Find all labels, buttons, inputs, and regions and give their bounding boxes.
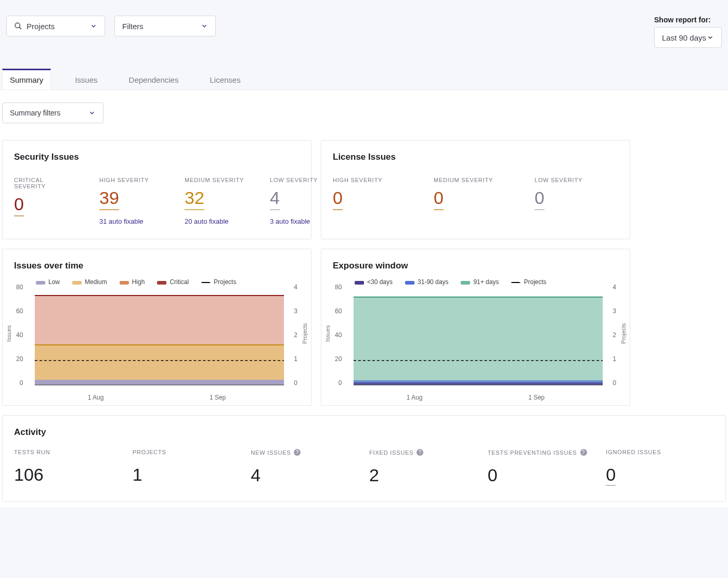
legend-swatch-projects — [201, 282, 211, 283]
activity-value: 4 — [251, 465, 359, 485]
stat-block: CRITICAL SEVERITY0 — [14, 177, 76, 225]
license-stats: HIGH SEVERITY0MEDIUM SEVERITY0LOW SEVERI… — [321, 162, 630, 224]
search-icon — [14, 22, 22, 30]
issues-chart-title: Issues over time — [3, 249, 311, 271]
tab-summary[interactable]: Summary — [2, 69, 51, 89]
activity-card: Activity TESTS RUN106PROJECTS1NEW ISSUES… — [2, 415, 726, 502]
issues-chart: Issues Projects Low Medium High Critical… — [3, 271, 311, 396]
activity-value: 0 — [488, 465, 596, 485]
y-left-label: Issues — [324, 325, 331, 342]
activity-item: IGNORED ISSUES0 — [606, 449, 714, 486]
issues-over-time-card: Issues over time Issues Projects Low Med… — [2, 249, 311, 406]
legend-swatch-lt30 — [355, 281, 364, 285]
legend-swatch-low — [36, 281, 45, 285]
stat-block: MEDIUM SEVERITY0 — [434, 177, 512, 210]
activity-label: NEW ISSUES? — [251, 449, 359, 456]
filters-label: Filters — [122, 22, 144, 31]
report-for: Show report for: Last 90 days — [654, 16, 722, 48]
activity-item: NEW ISSUES?4 — [251, 449, 359, 486]
y-left-axis: 80 60 40 20 0 — [335, 284, 342, 387]
main: Summary filters Security Issues CRITICAL… — [0, 90, 728, 507]
stat-block: LOW SEVERITY0 — [535, 177, 613, 210]
issues-chart-svg — [14, 288, 300, 392]
security-stats: CRITICAL SEVERITY0HIGH SEVERITY3931 auto… — [3, 162, 311, 239]
projects-dropdown[interactable]: Projects — [6, 16, 105, 36]
activity-label: PROJECTS — [133, 449, 241, 455]
license-issues-card: License Issues HIGH SEVERITY0MEDIUM SEVE… — [321, 140, 630, 239]
filters-left: Projects Filters — [6, 16, 216, 36]
svg-rect-11 — [354, 382, 603, 385]
stat-value[interactable]: 4 — [270, 186, 280, 210]
stat-label: MEDIUM SEVERITY — [185, 177, 247, 183]
stat-label: HIGH SEVERITY — [99, 177, 162, 183]
stat-sub: 31 auto fixable — [99, 217, 162, 225]
activity-item: PROJECTS1 — [133, 449, 241, 486]
help-icon[interactable]: ? — [417, 449, 423, 456]
stat-value[interactable]: 0 — [333, 186, 343, 210]
tab-licenses[interactable]: Licenses — [202, 69, 248, 89]
stat-value[interactable]: 0 — [14, 192, 24, 216]
activity-value: 106 — [14, 465, 122, 485]
stat-value[interactable]: 32 — [185, 186, 204, 210]
security-issues-card: Security Issues CRITICAL SEVERITY0HIGH S… — [2, 140, 311, 239]
help-icon[interactable]: ? — [580, 449, 587, 456]
legend-swatch-91 — [461, 281, 470, 285]
y-right-label: Projects — [620, 323, 627, 344]
activity-value[interactable]: 0 — [606, 465, 616, 486]
stat-label: MEDIUM SEVERITY — [434, 177, 512, 183]
svg-point-0 — [15, 23, 20, 28]
y-right-axis: 4 3 2 1 0 — [294, 284, 297, 387]
svg-rect-3 — [35, 345, 284, 385]
chevron-down-icon — [88, 109, 96, 117]
date-range-value: Last 90 days — [662, 33, 706, 42]
activity-label: IGNORED ISSUES — [606, 449, 714, 455]
activity-items: TESTS RUN106PROJECTS1NEW ISSUES?4FIXED I… — [3, 438, 725, 502]
activity-title: Activity — [3, 416, 725, 438]
chevron-down-icon — [707, 34, 714, 41]
x-axis: 1 Aug 1 Sep — [333, 392, 618, 401]
legend-swatch-critical — [157, 281, 166, 285]
y-left-axis: 80 60 40 20 0 — [16, 284, 23, 387]
summary-filters-label: Summary filters — [10, 109, 60, 117]
chart-row: Issues over time Issues Projects Low Med… — [2, 249, 726, 406]
activity-item: TESTS PREVENTING ISSUES?0 — [488, 449, 596, 486]
date-range-dropdown[interactable]: Last 90 days — [654, 27, 722, 48]
tabs: Summary Issues Dependencies Licenses — [0, 48, 728, 90]
activity-label: TESTS RUN — [14, 449, 122, 455]
exposure-chart: Issues Projects <30 days 31-90 days 91+ … — [321, 271, 630, 396]
issues-legend: Low Medium High Critical Projects — [14, 271, 300, 288]
tab-issues[interactable]: Issues — [68, 69, 105, 89]
summary-filters-dropdown[interactable]: Summary filters — [2, 102, 103, 123]
stat-value[interactable]: 39 — [99, 186, 119, 210]
stat-value[interactable]: 0 — [535, 186, 544, 210]
activity-item: FIXED ISSUES?2 — [369, 449, 477, 486]
y-right-axis: 4 3 2 1 0 — [613, 284, 616, 387]
svg-rect-4 — [35, 380, 284, 385]
x-axis: 1 Aug 1 Sep — [14, 392, 300, 401]
tab-dependencies[interactable]: Dependencies — [122, 69, 186, 89]
y-left-label: Issues — [6, 325, 12, 342]
help-icon[interactable]: ? — [294, 449, 301, 456]
legend-swatch-high — [120, 281, 129, 285]
exposure-legend: <30 days 31-90 days 91+ days Projects — [333, 271, 618, 288]
stat-value[interactable]: 0 — [434, 186, 444, 210]
filters-dropdown[interactable]: Filters — [114, 16, 216, 36]
stat-block: HIGH SEVERITY0 — [333, 177, 411, 210]
chevron-down-icon — [90, 22, 97, 30]
stat-label: HIGH SEVERITY — [333, 177, 411, 183]
exposure-chart-svg — [333, 288, 618, 392]
activity-label: FIXED ISSUES? — [369, 449, 477, 456]
activity-value: 1 — [133, 465, 241, 485]
stat-sub: 20 auto fixable — [185, 217, 247, 225]
svg-rect-9 — [354, 297, 603, 385]
projects-label: Projects — [27, 22, 55, 31]
svg-line-1 — [19, 27, 21, 29]
stat-label: LOW SEVERITY — [535, 177, 613, 183]
activity-label: TESTS PREVENTING ISSUES? — [488, 449, 596, 456]
exposure-chart-title: Exposure window — [321, 249, 630, 271]
chevron-down-icon — [201, 22, 208, 30]
legend-swatch-projects — [511, 282, 521, 283]
activity-item: TESTS RUN106 — [14, 449, 122, 486]
exposure-window-card: Exposure window Issues Projects <30 days… — [321, 249, 630, 406]
legend-swatch-3190 — [405, 281, 414, 285]
